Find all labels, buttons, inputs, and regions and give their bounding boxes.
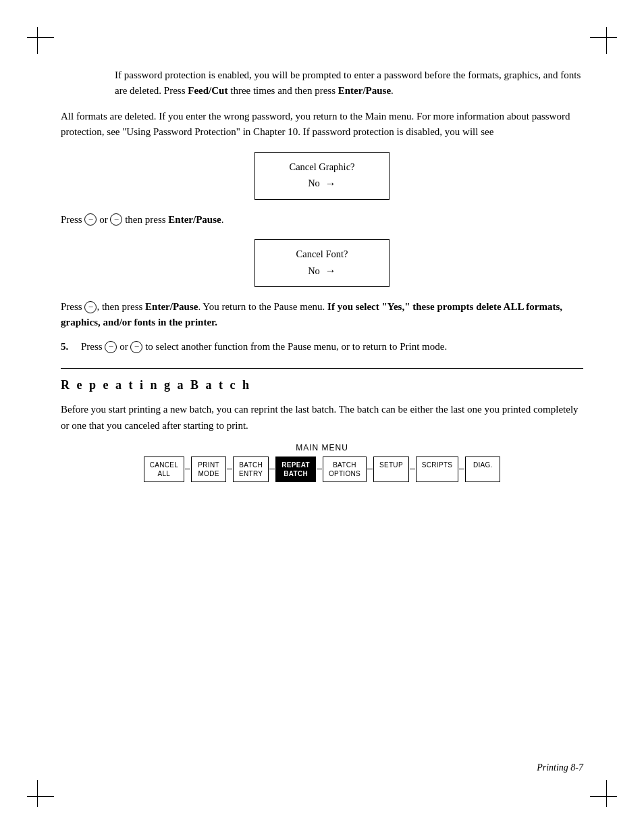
cancel-graphic-line1: Cancel Graphic? (282, 159, 362, 175)
menu-connector-7 (458, 457, 465, 482)
menu-item-scripts[interactable]: SCRIPTS (416, 457, 458, 482)
cancel-font-no: No (308, 263, 320, 279)
minus-circle-4: − (105, 341, 117, 353)
menu-item-diag[interactable]: DIAG. (465, 457, 500, 482)
enter-pause-bold-3: Enter/Pause (145, 301, 198, 312)
cancel-graphic-arrow: → (325, 175, 336, 192)
menu-item-batch-options[interactable]: BATCH OPTIONS (323, 457, 367, 482)
warning-bold: If you select "Yes," these prompts delet… (61, 301, 562, 328)
step-5: 5. Press − or − to select another functi… (61, 339, 583, 355)
body-paragraph-1: All formats are deleted. If you enter th… (61, 109, 583, 140)
enter-pause-bold-2: Enter/Pause (168, 214, 221, 225)
main-menu-label: MAIN MENU (61, 443, 583, 452)
cancel-font-box-container: Cancel Font? No → (61, 239, 583, 287)
cancel-graphic-no: No (308, 176, 320, 191)
cancel-font-line1: Cancel Font? (282, 246, 362, 262)
cancel-font-line2: No → (282, 262, 362, 280)
section-divider (61, 368, 583, 369)
press-line-1: Press − or − then press Enter/Pause. (61, 212, 583, 228)
menu-connector-5 (367, 457, 373, 482)
menu-connector-1 (184, 457, 191, 482)
section-body: Before you start printing a new batch, y… (61, 402, 583, 434)
menu-item-repeat-batch[interactable]: REPEAT BATCH (275, 457, 316, 482)
step-5-text: Press − or − to select another function … (81, 339, 447, 355)
minus-circle-2: − (110, 213, 122, 226)
cancel-font-arrow: → (325, 262, 336, 280)
page-footer: Printing 8-7 (537, 762, 583, 773)
menu-connector-4 (316, 457, 323, 482)
menu-item-setup[interactable]: SETUP (373, 457, 409, 482)
feed-cut-bold: Feed/Cut (188, 85, 227, 96)
menu-item-print-mode[interactable]: PRINT MODE (191, 457, 226, 482)
menu-item-batch-entry[interactable]: BATCH ENTRY (233, 457, 269, 482)
minus-circle-3: − (84, 301, 97, 313)
cancel-graphic-box-container: Cancel Graphic? No → (61, 152, 583, 200)
menu-item-cancel-all[interactable]: CANCEL ALL (144, 457, 184, 482)
menu-connector-2 (226, 457, 233, 482)
cancel-font-box: Cancel Font? No → (254, 239, 390, 287)
section-heading: R e p e a t i n g a B a t c h (61, 378, 583, 392)
minus-circle-5: − (130, 341, 142, 353)
step-5-num: 5. (61, 339, 74, 355)
cancel-graphic-box: Cancel Graphic? No → (254, 152, 390, 200)
minus-circle-1: − (84, 213, 97, 226)
intro-paragraph: If password protection is enabled, you w… (115, 68, 583, 99)
enter-pause-bold-1: Enter/Pause (338, 85, 391, 96)
cancel-graphic-line2: No → (282, 175, 362, 192)
menu-connector-3 (269, 457, 275, 482)
main-menu-bar: CANCEL ALLPRINT MODEBATCH ENTRYREPEAT BA… (61, 457, 583, 482)
press-line-2: Press −, then press Enter/Pause. You ret… (61, 299, 583, 330)
menu-connector-6 (409, 457, 416, 482)
